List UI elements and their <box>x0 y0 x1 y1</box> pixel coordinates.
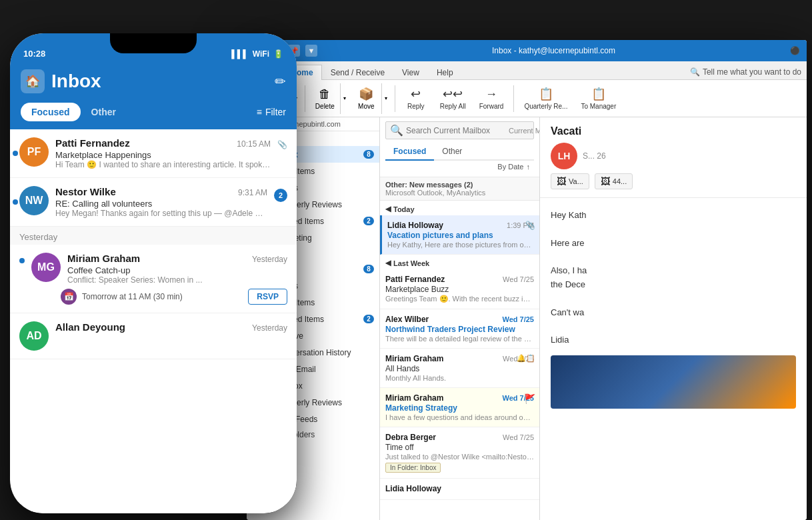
eli-top-miriam-ms: Miriam Graham Wed 7/25 <box>385 393 534 403</box>
section-today: ◀ Today <box>380 201 539 215</box>
reply-button[interactable]: ↩ Reply <box>399 83 433 115</box>
email-item-miriam-ms[interactable]: 🚩 Miriam Graham Wed 7/25 Marketing Strat… <box>380 388 539 427</box>
section-last-week: ◀ Last Week <box>380 255 539 269</box>
phone-device: 10:28 ▌▌▌ WiFi 🔋 🏠 Inbox ✏ Focused Other… <box>10 33 297 513</box>
subject-patti-lw: Marketplace Buzz <box>385 285 534 294</box>
sender-miriam-ms: Miriam Graham <box>385 393 443 403</box>
tab-send-receive[interactable]: Send / Receive <box>322 65 393 80</box>
preview-miriam: Conflict: Speaker Series: Women in ... <box>67 275 287 285</box>
email-item-miriam-all-hands[interactable]: 🔔📋 Miriam Graham Wed 7/25 All Hands Mont… <box>380 349 539 388</box>
eli-top-miriam-ah: Miriam Graham Wed 7/25 <box>385 354 534 363</box>
email-item-patti-lw[interactable]: Patti Fernandez Wed 7/25 Marketplace Buz… <box>380 269 539 309</box>
reading-date: S... 26 <box>583 151 606 161</box>
phone-email-list: PF Patti Fernandez 10:15 AM Marketplace … <box>10 129 297 359</box>
time-miriam: Yesterday <box>252 255 287 264</box>
subject-lidia-today: Vacation pictures and plans <box>387 231 534 240</box>
to-manager-button[interactable]: 📋 To Manager <box>575 83 622 115</box>
phone-email-content-miriam: Miriam Graham Yesterday Coffee Catch-up … <box>67 253 287 285</box>
forward-button[interactable]: → Forward <box>473 83 510 115</box>
reading-subject-partial: Vacati <box>551 125 796 137</box>
phone-email-content-allan: Allan Deyoung Yesterday <box>55 321 287 334</box>
email-item-debra[interactable]: Debra Berger Wed 7/25 Time off Just talk… <box>380 427 539 479</box>
ribbon-search: 🔍 Tell me what you want to do <box>690 67 801 79</box>
phone-status-icons: ▌▌▌ WiFi 🔋 <box>231 49 283 59</box>
reading-pane: Vacati LH S... 26 🖼 Va... 🖼 44... <box>540 117 807 520</box>
move-button[interactable]: 📦 Move ▾ <box>351 83 391 115</box>
triangle-icon-2: ◀ <box>385 259 391 267</box>
phone-email-top: Patti Fernandez 10:15 AM <box>55 137 271 149</box>
tab-focused[interactable]: Focused <box>385 143 434 161</box>
expand-icon[interactable]: ▼ <box>305 45 317 57</box>
deleted-badge: 2 <box>363 217 374 225</box>
reading-line1: Here are <box>551 237 796 251</box>
email-item-alex[interactable]: Alex Wilber Wed 7/25 Northwind Traders P… <box>380 309 539 349</box>
unread-dot <box>13 151 18 156</box>
outlook-body: kathyt@lucernepubintl.com ▾ Favorites 📥 … <box>247 117 807 520</box>
email-item-lidia-bottom[interactable]: Lidia Holloway <box>380 479 539 500</box>
email-item-lidia-today[interactable]: 📎 Lidia Holloway 1:39 PM Vacation pictur… <box>380 215 539 255</box>
sort-label[interactable]: By Date <box>497 163 523 171</box>
compose-button[interactable]: ✏ <box>275 73 286 89</box>
focused-other-tabs: Focused Other <box>385 143 534 161</box>
att-icon-2: 🖼 <box>601 176 610 187</box>
title-bar-title: Inbox - kathyt@lucernepubintl.com <box>492 46 615 55</box>
phone-email-item-allan[interactable]: AD Allan Deyoung Yesterday <box>10 313 297 359</box>
preview-alex: There will be a detailed legal review of… <box>385 335 534 343</box>
ribbon-actions: ✉ New Email ▾ 🗑 Delete ▾ 📦 Move ▾ ↩ Repl… <box>247 80 807 117</box>
rsvp-button[interactable]: RSVP <box>248 289 287 305</box>
time-nestor: 9:31 AM <box>238 188 267 197</box>
ribbon-divider-2 <box>395 85 395 112</box>
phone-tab-other[interactable]: Other <box>81 103 127 121</box>
tab-view[interactable]: View <box>393 65 428 80</box>
signal-icon: ▌▌▌ <box>231 49 249 59</box>
tab-help[interactable]: Help <box>428 65 462 80</box>
avatar-miriam: MG <box>31 253 61 282</box>
search-bar[interactable]: 🔍 Current Mailbox ▾ <box>385 121 534 139</box>
phone-email-content-nestor: Nestor Wilke 9:31 AM RE: Calling all vol… <box>55 186 267 218</box>
phone-email-item-patti[interactable]: PF Patti Fernandez 10:15 AM Marketplace … <box>10 129 297 178</box>
phone-time: 10:28 <box>23 49 45 59</box>
inbox-all-badge: 8 <box>363 265 374 273</box>
sender-patti-lw: Patti Fernandez <box>385 275 445 284</box>
ribbon-divider-3 <box>513 85 514 112</box>
search-icon: 🔍 <box>390 124 403 137</box>
quarterly-review-button[interactable]: 📋 Quarterly Re... <box>518 83 573 115</box>
reading-avatar: LH <box>551 143 577 169</box>
attachment-1[interactable]: 🖼 Va... <box>551 173 589 189</box>
move-icon: 📦 <box>359 87 373 101</box>
delete-button[interactable]: 🗑 Delete ▾ <box>309 83 349 115</box>
quarterly-icon: 📋 <box>539 87 553 101</box>
sender-patti: Patti Fernandez <box>55 137 130 149</box>
subject-patti: Marketplace Happenings <box>55 150 271 160</box>
phone-tab-group: Focused Other <box>21 103 127 121</box>
phone-email-item-miriam[interactable]: MG Miriam Graham Yesterday Coffee Catch-… <box>10 245 297 313</box>
reading-meta: LH S... 26 <box>551 143 796 169</box>
sort-arrow-icon[interactable]: ↑ <box>527 163 531 171</box>
phone-screen: 10:28 ▌▌▌ WiFi 🔋 🏠 Inbox ✏ Focused Other… <box>10 33 297 513</box>
delete-arrow[interactable]: ▾ <box>340 83 349 114</box>
wifi-icon: WiFi <box>253 49 269 59</box>
phone-email-content-patti: Patti Fernandez 10:15 AM Marketplace Hap… <box>55 137 271 169</box>
reading-header: Vacati LH S... 26 🖼 Va... 🖼 44... <box>540 117 807 198</box>
phone-filter-button[interactable]: ≡ Filter <box>257 107 286 117</box>
move-arrow[interactable]: ▾ <box>381 83 390 114</box>
phone-tab-focused[interactable]: Focused <box>21 103 81 121</box>
rsvp-avatar: 📅 <box>61 289 77 305</box>
rsvp-text: Tomorrow at 11 AM (30 min) <box>82 292 243 301</box>
unread-dot-miriam <box>19 258 25 263</box>
subject-miriam-ms: Marketing Strategy <box>385 403 534 413</box>
inbox-home-icon: 🏠 <box>21 69 45 93</box>
reading-meta-right: S... 26 <box>583 151 606 161</box>
phone-email-item-nestor[interactable]: NW Nestor Wilke 9:31 AM RE: Calling all … <box>10 178 297 227</box>
forward-icon: → <box>485 87 497 101</box>
move-main: 📦 Move <box>351 84 381 113</box>
tab-other[interactable]: Other <box>434 143 470 159</box>
avatar-nestor: NW <box>19 186 49 215</box>
reading-line2: Also, I ha <box>551 264 796 278</box>
sender-allan: Allan Deyoung <box>55 321 125 333</box>
reply-all-button[interactable]: ↩↩ Reply All <box>434 83 472 115</box>
filter-icon: ≡ <box>257 107 262 117</box>
attachment-2[interactable]: 🖼 44... <box>595 173 633 189</box>
search-input[interactable] <box>406 126 506 135</box>
reply-all-icon: ↩↩ <box>443 87 463 101</box>
